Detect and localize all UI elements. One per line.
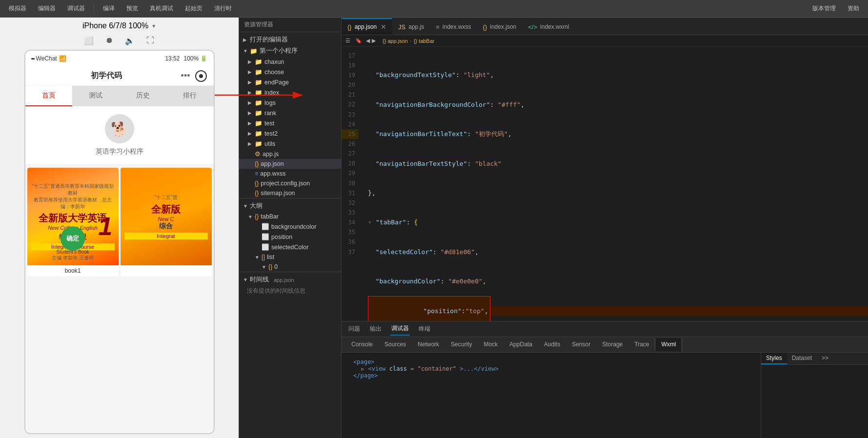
book-card-2[interactable]: "十二五"普 全新版 New C 综合 Integrat (121, 168, 212, 276)
file-appjs[interactable]: ⚙ app.js (239, 149, 341, 159)
timeline-section: ▼ 时间线 app.json 没有提供的时间线信息 (239, 272, 341, 297)
folder-test2[interactable]: ▶ 📁 test2 (239, 128, 341, 139)
outline-position[interactable]: ⬜ position (239, 232, 341, 242)
phone-icon-fullscreen[interactable]: ⛶ (144, 34, 157, 47)
wechat-nav-more-icon[interactable]: ••• (181, 71, 190, 81)
toolbar-real-device[interactable]: 真机调试 (145, 3, 178, 14)
folder-rank-icon: 📁 (255, 109, 262, 117)
folder-utils[interactable]: ▶ 📁 utils (239, 139, 341, 149)
outline-header[interactable]: ▼ 大纲 (239, 200, 341, 212)
fold-22-icon[interactable]: ▾ (368, 218, 376, 227)
file-appwxss[interactable]: ≡ app.wxss (239, 169, 341, 179)
devtools-security[interactable]: Security (445, 338, 478, 352)
editor-panel: {} app.json ✕ JS app.js ≡ index.wxss {} … (342, 18, 868, 438)
signal-dots: •••• (31, 56, 34, 61)
devtools-network[interactable]: Network (412, 338, 445, 352)
phone-selector[interactable]: iPhone 6/7/8 100% ▼ (82, 21, 156, 30)
bottom-tab-output[interactable]: 输出 (369, 323, 383, 335)
folder-test-arrow-icon: ▶ (248, 120, 253, 126)
styles-tab-more[interactable]: >> (817, 353, 833, 364)
folder-chaxun[interactable]: ▶ 📁 chaxun (239, 57, 341, 67)
code-key: "navigationBarTitleText" (368, 129, 467, 139)
tab-indexwxss[interactable]: ≡ index.wxss (430, 18, 477, 35)
phone-icon-volume[interactable]: 🔈 (123, 34, 136, 47)
devtools-audits[interactable]: Audits (538, 338, 566, 352)
tab-indexjson-label: index.json (490, 23, 516, 30)
book-card-1[interactable]: "十二五"普通高等教育本科国家级规划教材教育部推荐使用大学英语教材 总主编：李荫… (27, 168, 119, 276)
phone-tab-history[interactable]: 历史 (120, 86, 167, 106)
folder-test-label: test (264, 120, 274, 127)
outline-bgcolor[interactable]: ⬜ backgroundcolor (239, 221, 341, 232)
phone-icon-tablet[interactable]: ⬜ (82, 34, 95, 47)
devtools-storage[interactable]: Storage (596, 338, 628, 352)
toolbar-version[interactable]: 版本管理 (807, 3, 841, 14)
breadcrumb-back-icon[interactable]: ◀ (366, 38, 370, 44)
phone-tab-rank[interactable]: 排行 (166, 86, 214, 106)
devtools-console[interactable]: Console (345, 338, 379, 352)
line-31: 31 (342, 188, 358, 198)
timeline-header[interactable]: ▼ 时间线 app.json (239, 274, 341, 285)
devtools-sensor[interactable]: Sensor (566, 338, 596, 352)
bottom-tab-terminal[interactable]: 终端 (418, 323, 431, 335)
outline-label: 大纲 (250, 202, 262, 210)
bottom-panels: 问题 输出 调试器 终端 Console Sources Network Sec… (342, 321, 868, 438)
toolbar-compile[interactable]: 编译 (98, 3, 120, 14)
toolbar-start[interactable]: 起始页 (180, 3, 207, 14)
project-section[interactable]: ▼ 📁 第一个小程序 (239, 45, 341, 57)
outline-list[interactable]: ▼ [] list (239, 252, 341, 262)
timeline-arrow-icon: ▼ (243, 277, 248, 282)
file-projectconfig[interactable]: {} project.config.json (239, 179, 341, 188)
toolbar-preview[interactable]: 预览 (121, 3, 143, 14)
folder-logs[interactable]: ▶ 📁 logs (239, 98, 341, 108)
folder-choose[interactable]: ▶ 📁 choose (239, 67, 341, 77)
devtools-trace[interactable]: Trace (628, 338, 655, 352)
phone-tab-test[interactable]: 测试 (72, 86, 120, 106)
toolbar-editor[interactable]: 编辑器 (33, 3, 61, 14)
breadcrumb-forward-icon[interactable]: ▶ (372, 38, 376, 44)
outline-tabbar[interactable]: ▼ {} tabBar (239, 212, 341, 221)
wechat-nav-record-btn[interactable] (195, 70, 207, 82)
wxml-page-open: <page> (353, 358, 749, 365)
toolbar-sponsor[interactable]: 资助 (843, 3, 864, 14)
folder-endpage[interactable]: ▶ 📁 endPage (239, 77, 341, 87)
tab-appjson[interactable]: {} app.json ✕ (342, 18, 392, 35)
devtools-wxml[interactable]: Wxml (655, 338, 682, 352)
file-sitemap[interactable]: {} sitemap.json (239, 188, 341, 198)
books-grid: "十二五"普通高等教育本科国家级规划教材教育部推荐使用大学英语教材 总主编：李荫… (25, 168, 214, 276)
tab-appjs-label: app.js (408, 23, 424, 30)
code-key: "backgroundTextStyle" (368, 70, 456, 80)
bottom-tab-problems[interactable]: 问题 (347, 323, 361, 335)
wxml-view-expand-icon[interactable]: ▶ (361, 365, 364, 372)
toolbar-run[interactable]: 清行时 (209, 3, 237, 14)
phone-icon-record[interactable]: ⏺ (103, 34, 116, 47)
styles-tab-styles[interactable]: Styles (761, 353, 787, 364)
tab-appjson-close-icon[interactable]: ✕ (381, 23, 386, 31)
folder-index[interactable]: ▶ 📁 index (239, 87, 341, 98)
outline-selectedcolor[interactable]: ⬜ selectedColor (239, 242, 341, 252)
phone-status-bar: •••• WeChat 📶 13:52 100% 🔋 (25, 51, 214, 66)
code-editor[interactable]: 17 18 19 20 21 22 23 24 25 26 27 28 29 3… (342, 47, 868, 321)
tab-appjs[interactable]: JS app.js (392, 18, 430, 35)
folder-rank[interactable]: ▶ 📁 rank (239, 108, 341, 118)
breadcrumb-sep-2: › (410, 38, 412, 44)
devtools-mock[interactable]: Mock (478, 338, 504, 352)
styles-tab-dataset[interactable]: Dataset (787, 353, 817, 364)
tab-indexjson[interactable]: {} index.json (477, 18, 523, 35)
main-area: iPhone 6/7/8 100% ▼ ⬜ ⏺ 🔈 ⛶ •••• WeChat … (0, 18, 868, 438)
phone-frame: •••• WeChat 📶 13:52 100% 🔋 初学代码 ••• (24, 50, 215, 434)
code-content[interactable]: "backgroundTextStyle": "light", "navigat… (362, 47, 868, 321)
devtools-appdata[interactable]: AppData (504, 338, 538, 352)
confirm-button[interactable]: 确定 (61, 226, 85, 251)
folder-test[interactable]: ▶ 📁 test (239, 118, 341, 128)
outline-list-0[interactable]: ▼ {} 0 (239, 262, 341, 272)
toolbar-simulator[interactable]: 模拟器 (4, 3, 31, 14)
tab-indexwxml[interactable]: </> index.wxml (522, 18, 575, 35)
file-sitemap-label: sitemap.json (261, 190, 295, 197)
toolbar-debugger[interactable]: 调试器 (62, 3, 90, 14)
file-appjson[interactable]: {} app.json (239, 159, 341, 169)
open-editors-section[interactable]: ▶ 打开的编辑器 (239, 34, 341, 45)
outline-list0-arrow-icon: ▼ (262, 264, 266, 270)
bottom-tab-debugger[interactable]: 调试器 (390, 322, 410, 336)
phone-tab-home[interactable]: 首页 (25, 86, 73, 106)
devtools-sources[interactable]: Sources (379, 338, 412, 352)
